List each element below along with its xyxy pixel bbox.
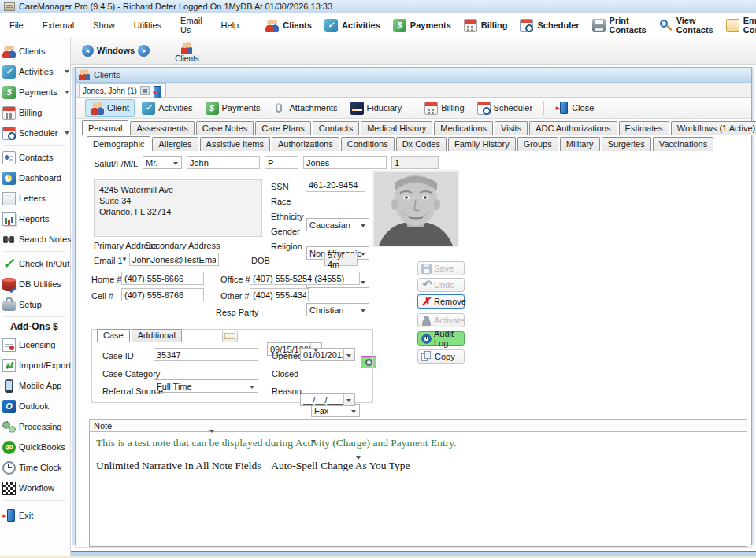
- client-toolbar-billing-button[interactable]: Billing: [419, 99, 469, 117]
- toolbar-scheduler-button[interactable]: Scheduler: [513, 13, 585, 37]
- case-id-input[interactable]: [154, 348, 258, 361]
- first-name-input[interactable]: [187, 156, 260, 169]
- sidebar-item-billing[interactable]: Billing: [2, 102, 70, 123]
- subtab-surgeries[interactable]: Surgeries: [602, 137, 651, 151]
- last-name-input[interactable]: [303, 156, 387, 169]
- tab-estimates[interactable]: Estimates: [619, 121, 669, 135]
- toolbar-email-contacts-button[interactable]: Email Contacts: [720, 13, 756, 37]
- tab-secondary-address[interactable]: Secondary Address: [145, 241, 220, 250]
- tab-medical-history[interactable]: Medical History: [361, 121, 432, 135]
- client-toolbar-activities-button[interactable]: Activities: [136, 99, 198, 117]
- sidebar-item-reports[interactable]: Reports: [2, 209, 70, 229]
- sidebar-item-licensing[interactable]: Licensing: [2, 334, 70, 355]
- cell-phone-input[interactable]: [121, 288, 204, 301]
- sidebar-item-letters[interactable]: Letters: [2, 188, 70, 209]
- subtab-military[interactable]: Military: [560, 137, 600, 151]
- subtab-dx-codes[interactable]: Dx Codes: [396, 137, 447, 151]
- home-phone-input[interactable]: [121, 272, 204, 285]
- client-toolbar-payments-button[interactable]: Payments: [200, 99, 266, 117]
- sidebar-item-check-in-out[interactable]: Check In/Out: [2, 253, 70, 274]
- sidebar-item-search-notes[interactable]: Search Notes: [2, 229, 70, 249]
- toolbar-print-contacts-button[interactable]: Print Contacts: [586, 13, 653, 37]
- copy-button[interactable]: Copy: [417, 349, 465, 364]
- note-field[interactable]: This is a test note that can be displaye…: [89, 432, 747, 547]
- audit-log-button[interactable]: Audit Log: [417, 331, 465, 346]
- subtab-assistive-items[interactable]: Assistive Items: [200, 137, 270, 151]
- case-category-select[interactable]: Full Time: [154, 379, 258, 393]
- sidebar-item-db-utilities[interactable]: DB Utilities: [2, 274, 70, 294]
- tab-additional[interactable]: Additional: [132, 329, 182, 342]
- client-toolbar-fiduciary-button[interactable]: Fiduciary: [345, 99, 408, 117]
- tab-contacts[interactable]: Contacts: [313, 121, 359, 135]
- menu-email-us[interactable]: Email Us: [171, 13, 212, 37]
- client-toolbar-client-button[interactable]: Client: [85, 99, 135, 117]
- other-phone-input[interactable]: [250, 288, 309, 301]
- toolbar-clients-button[interactable]: Clients: [259, 13, 318, 37]
- race-select[interactable]: Caucasian: [306, 218, 369, 231]
- subtab-family-history[interactable]: Family History: [448, 137, 516, 151]
- suffix-input[interactable]: [391, 156, 439, 169]
- religion-select[interactable]: Christian: [306, 303, 369, 316]
- menu-utilities[interactable]: Utilities: [124, 13, 171, 37]
- subtab-vaccinations[interactable]: Vaccinations: [653, 137, 714, 151]
- sidebar-item-import-export[interactable]: Import/Export: [2, 355, 70, 375]
- client-toolbar-close-button[interactable]: Close: [550, 99, 599, 117]
- sidebar-item-outlook[interactable]: Outlook: [2, 396, 70, 416]
- menu-help[interactable]: Help: [212, 13, 249, 37]
- save-button[interactable]: Save: [417, 261, 465, 275]
- email-type-dropdown-icon[interactable]: ▼: [121, 256, 128, 263]
- client-toolbar-attachments-button[interactable]: Attachments: [267, 99, 343, 117]
- middle-initial-input[interactable]: [265, 156, 298, 169]
- ssn-input[interactable]: [306, 179, 365, 192]
- email-input[interactable]: [129, 253, 219, 266]
- sidebar-item-setup[interactable]: Setup: [2, 294, 70, 315]
- pin-tab-icon[interactable]: [140, 86, 150, 95]
- sidebar-item-processing[interactable]: Processing: [2, 416, 70, 437]
- tab-workflows[interactable]: Workflows (1 Active): [671, 121, 756, 135]
- sidebar-item-quickbooks[interactable]: QuickBooks: [2, 437, 70, 457]
- sidebar-item-payments[interactable]: Payments: [2, 82, 70, 102]
- salutation-select[interactable]: Mr.: [143, 156, 182, 169]
- sidebar-item-mobile-app[interactable]: Mobile App: [2, 375, 70, 396]
- subtab-allergies[interactable]: Allergies: [152, 137, 198, 151]
- remove-button[interactable]: Remove: [417, 294, 465, 309]
- open-window-tab-clients[interactable]: Clients: [170, 38, 204, 63]
- tab-case-notes[interactable]: Case Notes: [196, 121, 254, 135]
- address-box[interactable]: 4245 Watermill Ave Suite 34 Orlando, FL …: [94, 179, 262, 237]
- toolbar-billing-button[interactable]: Billing: [458, 13, 514, 37]
- tab-adc-authorizations[interactable]: ADC Authorizations: [529, 121, 617, 135]
- sidebar-item-exit[interactable]: Exit: [2, 505, 70, 526]
- office-phone-input[interactable]: [250, 272, 360, 285]
- menu-external[interactable]: External: [33, 13, 83, 37]
- sidebar-item-clients[interactable]: Clients: [2, 41, 70, 61]
- sidebar-item-dashboard[interactable]: Dashboard: [2, 168, 70, 188]
- tab-visits[interactable]: Visits: [495, 121, 528, 135]
- tab-medications[interactable]: Medications: [434, 121, 493, 135]
- toolbar-view-contacts-button[interactable]: View Contacts: [653, 13, 720, 37]
- subtab-groups[interactable]: Groups: [517, 137, 558, 151]
- toolbar-payments-button[interactable]: Payments: [387, 13, 458, 37]
- close-tab-icon[interactable]: [153, 86, 162, 95]
- closed-date-input[interactable]: __/__/____: [300, 393, 355, 406]
- toolbar-activities-button[interactable]: Activities: [318, 13, 387, 37]
- menu-file[interactable]: File: [0, 13, 33, 37]
- sidebar-item-time-clock[interactable]: Time Clock: [2, 457, 70, 478]
- sidebar-item-scheduler[interactable]: Scheduler: [2, 123, 70, 143]
- tab-care-plans[interactable]: Care Plans: [255, 121, 310, 135]
- nav-back-icon[interactable]: [82, 45, 94, 57]
- client-document-tab[interactable]: Jones, John (1): [79, 83, 166, 97]
- tab-assessments[interactable]: Assessments: [130, 121, 194, 135]
- opened-date-input[interactable]: 01/01/2011: [300, 348, 355, 361]
- client-toolbar-scheduler-button[interactable]: Scheduler: [472, 99, 539, 117]
- sidebar-item-activities[interactable]: Activities: [2, 61, 70, 82]
- tab-personal[interactable]: Personal: [82, 120, 128, 135]
- sidebar-item-workflow[interactable]: Workflow: [2, 478, 70, 498]
- tab-case[interactable]: Case: [97, 329, 130, 342]
- subtab-demographic[interactable]: Demographic: [87, 136, 150, 151]
- subtab-authorizations[interactable]: Authorizations: [272, 137, 339, 151]
- sidebar-item-contacts[interactable]: Contacts: [2, 147, 70, 168]
- nav-forward-icon[interactable]: [138, 45, 150, 57]
- menu-show[interactable]: Show: [83, 13, 124, 37]
- activate-button[interactable]: Activate: [417, 313, 465, 327]
- subtab-conditions[interactable]: Conditions: [341, 137, 395, 151]
